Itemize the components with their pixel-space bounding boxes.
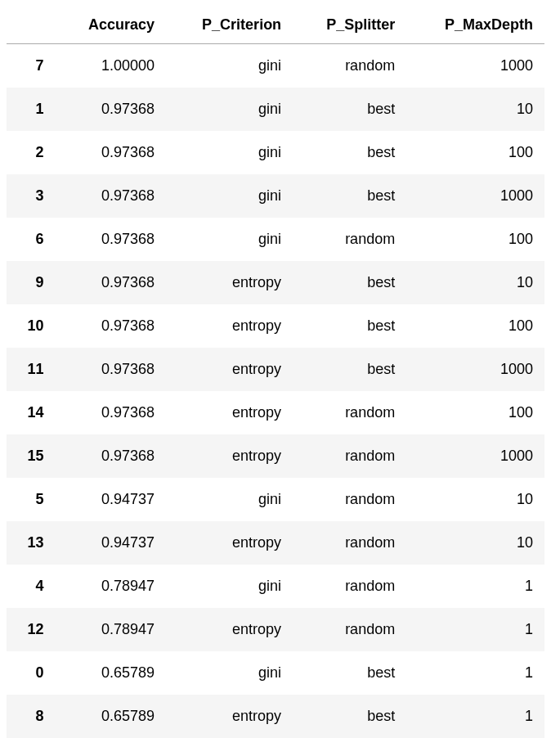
- cell-criterion: gini: [166, 478, 293, 521]
- cell-splitter: random: [293, 565, 406, 608]
- cell-maxdepth: 10: [406, 521, 544, 565]
- cell-criterion: entropy: [166, 304, 293, 348]
- cell-splitter: random: [293, 391, 406, 434]
- col-index: [7, 7, 56, 44]
- cell-splitter: random: [293, 218, 406, 261]
- cell-splitter: best: [293, 651, 406, 695]
- cell-accuracy: 0.97368: [56, 348, 166, 391]
- cell-splitter: random: [293, 608, 406, 651]
- cell-splitter: best: [293, 131, 406, 174]
- cell-maxdepth: 1000: [406, 348, 544, 391]
- cell-maxdepth: 1000: [406, 44, 544, 88]
- cell-criterion: gini: [166, 174, 293, 218]
- cell-criterion: entropy: [166, 608, 293, 651]
- table-row: 20.97368ginibest100: [7, 131, 544, 174]
- cell-index: 9: [7, 261, 56, 304]
- cell-maxdepth: 1: [406, 565, 544, 608]
- cell-index: 0: [7, 651, 56, 695]
- cell-accuracy: 0.97368: [56, 131, 166, 174]
- col-criterion: P_Criterion: [166, 7, 293, 44]
- cell-splitter: best: [293, 695, 406, 738]
- cell-maxdepth: 1: [406, 608, 544, 651]
- cell-splitter: best: [293, 261, 406, 304]
- table-row: 50.94737ginirandom10: [7, 478, 544, 521]
- cell-index: 7: [7, 44, 56, 88]
- cell-index: 2: [7, 131, 56, 174]
- cell-accuracy: 0.97368: [56, 434, 166, 478]
- cell-accuracy: 0.97368: [56, 304, 166, 348]
- table-row: 00.65789ginibest1: [7, 651, 544, 695]
- cell-accuracy: 0.65789: [56, 695, 166, 738]
- cell-accuracy: 0.97368: [56, 218, 166, 261]
- cell-criterion: gini: [166, 218, 293, 261]
- table-row: 130.94737entropyrandom10: [7, 521, 544, 565]
- cell-index: 10: [7, 304, 56, 348]
- col-maxdepth: P_MaxDepth: [406, 7, 544, 44]
- cell-accuracy: 1.00000: [56, 44, 166, 88]
- table-header-row: Accuracy P_Criterion P_Splitter P_MaxDep…: [7, 7, 544, 44]
- results-table: Accuracy P_Criterion P_Splitter P_MaxDep…: [7, 7, 544, 738]
- col-splitter: P_Splitter: [293, 7, 406, 44]
- cell-accuracy: 0.97368: [56, 174, 166, 218]
- cell-index: 6: [7, 218, 56, 261]
- cell-index: 4: [7, 565, 56, 608]
- cell-splitter: random: [293, 44, 406, 88]
- cell-splitter: random: [293, 434, 406, 478]
- cell-maxdepth: 1: [406, 695, 544, 738]
- cell-maxdepth: 100: [406, 131, 544, 174]
- cell-splitter: best: [293, 348, 406, 391]
- cell-index: 1: [7, 88, 56, 131]
- cell-criterion: entropy: [166, 348, 293, 391]
- table-row: 30.97368ginibest1000: [7, 174, 544, 218]
- table-row: 80.65789entropybest1: [7, 695, 544, 738]
- cell-index: 5: [7, 478, 56, 521]
- cell-criterion: gini: [166, 651, 293, 695]
- cell-splitter: random: [293, 478, 406, 521]
- table-row: 150.97368entropyrandom1000: [7, 434, 544, 478]
- table-row: 60.97368ginirandom100: [7, 218, 544, 261]
- cell-splitter: best: [293, 174, 406, 218]
- cell-index: 12: [7, 608, 56, 651]
- cell-maxdepth: 100: [406, 391, 544, 434]
- cell-criterion: gini: [166, 44, 293, 88]
- cell-criterion: gini: [166, 565, 293, 608]
- cell-index: 3: [7, 174, 56, 218]
- cell-maxdepth: 10: [406, 478, 544, 521]
- table-row: 120.78947entropyrandom1: [7, 608, 544, 651]
- table-row: 40.78947ginirandom1: [7, 565, 544, 608]
- cell-splitter: best: [293, 88, 406, 131]
- cell-index: 13: [7, 521, 56, 565]
- cell-accuracy: 0.78947: [56, 608, 166, 651]
- table-row: 110.97368entropybest1000: [7, 348, 544, 391]
- cell-criterion: entropy: [166, 434, 293, 478]
- cell-maxdepth: 1000: [406, 434, 544, 478]
- cell-accuracy: 0.78947: [56, 565, 166, 608]
- cell-index: 15: [7, 434, 56, 478]
- col-accuracy: Accuracy: [56, 7, 166, 44]
- cell-index: 8: [7, 695, 56, 738]
- table-row: 71.00000ginirandom1000: [7, 44, 544, 88]
- cell-accuracy: 0.94737: [56, 478, 166, 521]
- cell-maxdepth: 1000: [406, 174, 544, 218]
- table-row: 10.97368ginibest10: [7, 88, 544, 131]
- cell-index: 11: [7, 348, 56, 391]
- cell-criterion: entropy: [166, 521, 293, 565]
- cell-accuracy: 0.65789: [56, 651, 166, 695]
- table-row: 140.97368entropyrandom100: [7, 391, 544, 434]
- cell-index: 14: [7, 391, 56, 434]
- cell-maxdepth: 100: [406, 218, 544, 261]
- cell-criterion: entropy: [166, 261, 293, 304]
- cell-maxdepth: 10: [406, 88, 544, 131]
- cell-accuracy: 0.94737: [56, 521, 166, 565]
- cell-maxdepth: 100: [406, 304, 544, 348]
- cell-criterion: entropy: [166, 695, 293, 738]
- cell-splitter: random: [293, 521, 406, 565]
- cell-maxdepth: 10: [406, 261, 544, 304]
- cell-accuracy: 0.97368: [56, 391, 166, 434]
- cell-criterion: gini: [166, 88, 293, 131]
- table-row: 100.97368entropybest100: [7, 304, 544, 348]
- cell-accuracy: 0.97368: [56, 88, 166, 131]
- cell-maxdepth: 1: [406, 651, 544, 695]
- cell-criterion: entropy: [166, 391, 293, 434]
- cell-accuracy: 0.97368: [56, 261, 166, 304]
